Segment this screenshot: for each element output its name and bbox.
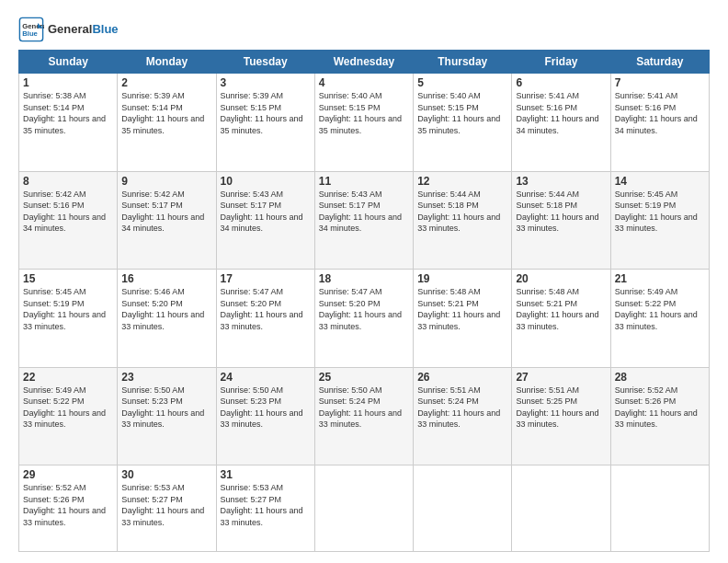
day-number: 23 — [121, 371, 211, 384]
weekday-header-row: SundayMondayTuesdayWednesdayThursdayFrid… — [19, 51, 710, 74]
calendar-day-cell: 12 Sunrise: 5:44 AMSunset: 5:18 PMDaylig… — [414, 171, 512, 270]
calendar-day-cell — [512, 465, 610, 552]
day-number: 18 — [319, 272, 409, 285]
calendar-day-cell: 25 Sunrise: 5:50 AMSunset: 5:24 PMDaylig… — [314, 367, 413, 465]
day-info: Sunrise: 5:39 AMSunset: 5:14 PMDaylight:… — [121, 91, 204, 135]
logo: General Blue GeneralBlue — [18, 17, 119, 42]
calendar-week-row: 8 Sunrise: 5:42 AMSunset: 5:16 PMDayligh… — [19, 171, 710, 270]
svg-text:General: General — [22, 22, 44, 30]
calendar-day-cell: 7 Sunrise: 5:41 AMSunset: 5:16 PMDayligh… — [610, 74, 709, 172]
day-info: Sunrise: 5:40 AMSunset: 5:15 PMDaylight:… — [417, 91, 500, 135]
day-info: Sunrise: 5:48 AMSunset: 5:21 PMDaylight:… — [417, 287, 500, 331]
calendar-day-cell — [314, 465, 413, 552]
logo-text: GeneralBlue — [48, 22, 119, 37]
day-info: Sunrise: 5:43 AMSunset: 5:17 PMDaylight:… — [221, 190, 303, 234]
calendar-day-cell: 8 Sunrise: 5:42 AMSunset: 5:16 PMDayligh… — [19, 171, 118, 270]
day-number: 26 — [417, 371, 507, 384]
calendar-day-cell: 27 Sunrise: 5:51 AMSunset: 5:25 PMDaylig… — [512, 367, 610, 465]
calendar-day-cell: 4 Sunrise: 5:40 AMSunset: 5:15 PMDayligh… — [314, 74, 413, 172]
day-number: 11 — [319, 175, 409, 188]
day-info: Sunrise: 5:43 AMSunset: 5:17 PMDaylight:… — [319, 190, 402, 234]
calendar-week-row: 22 Sunrise: 5:49 AMSunset: 5:22 PMDaylig… — [19, 367, 710, 465]
day-number: 19 — [417, 272, 507, 285]
calendar-day-cell: 15 Sunrise: 5:45 AMSunset: 5:19 PMDaylig… — [19, 270, 118, 368]
calendar-day-cell: 5 Sunrise: 5:40 AMSunset: 5:15 PMDayligh… — [414, 74, 512, 172]
calendar-day-cell: 26 Sunrise: 5:51 AMSunset: 5:24 PMDaylig… — [414, 367, 512, 465]
calendar-day-cell — [414, 465, 512, 552]
calendar-day-cell: 31 Sunrise: 5:53 AMSunset: 5:27 PMDaylig… — [216, 465, 314, 552]
day-number: 5 — [417, 76, 507, 89]
day-info: Sunrise: 5:51 AMSunset: 5:24 PMDaylight:… — [417, 385, 500, 430]
day-info: Sunrise: 5:42 AMSunset: 5:17 PMDaylight:… — [121, 190, 204, 234]
calendar-day-cell: 9 Sunrise: 5:42 AMSunset: 5:17 PMDayligh… — [118, 171, 216, 270]
calendar-day-cell: 21 Sunrise: 5:49 AMSunset: 5:22 PMDaylig… — [610, 270, 709, 368]
day-number: 15 — [23, 272, 113, 285]
day-info: Sunrise: 5:41 AMSunset: 5:16 PMDaylight:… — [516, 91, 598, 135]
day-info: Sunrise: 5:52 AMSunset: 5:26 PMDaylight:… — [23, 483, 106, 527]
weekday-header: Wednesday — [314, 51, 413, 74]
day-info: Sunrise: 5:50 AMSunset: 5:23 PMDaylight:… — [121, 385, 204, 430]
day-info: Sunrise: 5:40 AMSunset: 5:15 PMDaylight:… — [319, 91, 402, 135]
day-number: 22 — [23, 371, 113, 384]
calendar-week-row: 15 Sunrise: 5:45 AMSunset: 5:19 PMDaylig… — [19, 270, 710, 368]
day-info: Sunrise: 5:52 AMSunset: 5:26 PMDaylight:… — [615, 385, 698, 430]
day-info: Sunrise: 5:47 AMSunset: 5:20 PMDaylight:… — [319, 287, 402, 331]
day-info: Sunrise: 5:38 AMSunset: 5:14 PMDaylight:… — [23, 91, 106, 135]
day-info: Sunrise: 5:49 AMSunset: 5:22 PMDaylight:… — [23, 385, 106, 430]
calendar-day-cell: 6 Sunrise: 5:41 AMSunset: 5:16 PMDayligh… — [512, 74, 610, 172]
day-info: Sunrise: 5:51 AMSunset: 5:25 PMDaylight:… — [516, 385, 598, 430]
page: General Blue GeneralBlue SundayMondayTue… — [0, 0, 728, 563]
day-info: Sunrise: 5:48 AMSunset: 5:21 PMDaylight:… — [516, 287, 598, 331]
day-number: 13 — [516, 175, 606, 188]
day-number: 30 — [121, 468, 211, 481]
day-info: Sunrise: 5:53 AMSunset: 5:27 PMDaylight:… — [221, 483, 303, 527]
calendar-day-cell: 22 Sunrise: 5:49 AMSunset: 5:22 PMDaylig… — [19, 367, 118, 465]
calendar-day-cell: 18 Sunrise: 5:47 AMSunset: 5:20 PMDaylig… — [314, 270, 413, 368]
calendar-day-cell: 23 Sunrise: 5:50 AMSunset: 5:23 PMDaylig… — [118, 367, 216, 465]
day-number: 27 — [516, 371, 606, 384]
calendar-day-cell: 14 Sunrise: 5:45 AMSunset: 5:19 PMDaylig… — [610, 171, 709, 270]
day-info: Sunrise: 5:49 AMSunset: 5:22 PMDaylight:… — [615, 287, 698, 331]
day-info: Sunrise: 5:45 AMSunset: 5:19 PMDaylight:… — [23, 287, 106, 331]
day-number: 4 — [319, 76, 409, 89]
day-number: 12 — [417, 175, 507, 188]
day-number: 9 — [121, 175, 211, 188]
day-number: 31 — [221, 468, 311, 481]
svg-text:Blue: Blue — [22, 29, 38, 38]
logo-icon: General Blue — [18, 17, 44, 42]
calendar-day-cell: 30 Sunrise: 5:53 AMSunset: 5:27 PMDaylig… — [118, 465, 216, 552]
day-info: Sunrise: 5:44 AMSunset: 5:18 PMDaylight:… — [417, 190, 500, 234]
weekday-header: Friday — [512, 51, 610, 74]
calendar-day-cell: 3 Sunrise: 5:39 AMSunset: 5:15 PMDayligh… — [216, 74, 314, 172]
weekday-header: Monday — [118, 51, 216, 74]
day-number: 14 — [615, 175, 705, 188]
day-info: Sunrise: 5:50 AMSunset: 5:23 PMDaylight:… — [221, 385, 303, 430]
calendar-day-cell: 16 Sunrise: 5:46 AMSunset: 5:20 PMDaylig… — [118, 270, 216, 368]
day-number: 25 — [319, 371, 409, 384]
day-number: 29 — [23, 468, 113, 481]
day-number: 2 — [121, 76, 211, 89]
calendar-day-cell — [610, 465, 709, 552]
day-number: 20 — [516, 272, 606, 285]
calendar-day-cell: 10 Sunrise: 5:43 AMSunset: 5:17 PMDaylig… — [216, 171, 314, 270]
day-info: Sunrise: 5:47 AMSunset: 5:20 PMDaylight:… — [221, 287, 303, 331]
calendar-day-cell: 29 Sunrise: 5:52 AMSunset: 5:26 PMDaylig… — [19, 465, 118, 552]
day-number: 24 — [221, 371, 311, 384]
day-info: Sunrise: 5:42 AMSunset: 5:16 PMDaylight:… — [23, 190, 106, 234]
calendar-day-cell: 20 Sunrise: 5:48 AMSunset: 5:21 PMDaylig… — [512, 270, 610, 368]
day-number: 1 — [23, 76, 113, 89]
calendar: SundayMondayTuesdayWednesdayThursdayFrid… — [18, 50, 710, 552]
calendar-week-row: 29 Sunrise: 5:52 AMSunset: 5:26 PMDaylig… — [19, 465, 710, 552]
header: General Blue GeneralBlue — [18, 17, 710, 42]
day-number: 3 — [221, 76, 311, 89]
weekday-header: Sunday — [19, 51, 118, 74]
day-info: Sunrise: 5:44 AMSunset: 5:18 PMDaylight:… — [516, 190, 598, 234]
day-number: 17 — [221, 272, 311, 285]
calendar-day-cell: 2 Sunrise: 5:39 AMSunset: 5:14 PMDayligh… — [118, 74, 216, 172]
day-number: 28 — [615, 371, 705, 384]
calendar-week-row: 1 Sunrise: 5:38 AMSunset: 5:14 PMDayligh… — [19, 74, 710, 172]
day-number: 10 — [221, 175, 311, 188]
day-number: 7 — [615, 76, 705, 89]
day-number: 21 — [615, 272, 705, 285]
day-info: Sunrise: 5:53 AMSunset: 5:27 PMDaylight:… — [121, 483, 204, 527]
